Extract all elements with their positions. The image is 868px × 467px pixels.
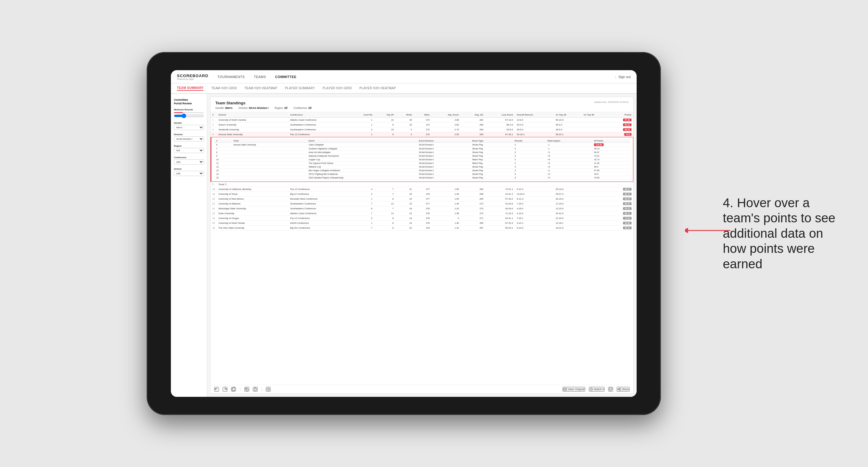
cell-vs25: 25-19-0 bbox=[554, 187, 582, 192]
nav-bar: SCOREBOARD Powered by clippi TOURNAMENTS… bbox=[171, 70, 637, 84]
cell-rank: 2 bbox=[211, 123, 217, 127]
clock-button[interactable] bbox=[266, 387, 271, 392]
nav-link-teams[interactable]: TEAMS bbox=[254, 75, 266, 79]
exp-cell-event: 2023 Sahalee Players Championship bbox=[307, 176, 417, 180]
cell-wins: 278 bbox=[414, 226, 432, 230]
cell-low-score: 86-4-0 bbox=[485, 123, 515, 127]
th-top25: Top 25 bbox=[374, 112, 395, 118]
sidebar-region-select[interactable]: N/A East West bbox=[174, 148, 204, 153]
cell-conf-no: 1 bbox=[350, 196, 374, 201]
expanded-content: # Team Event Event Division Event Type R… bbox=[211, 137, 633, 182]
expanded-row-item: 12 Williams Cup NCAA Division I Stroke P… bbox=[214, 165, 630, 169]
exp-cell-num: 12 bbox=[214, 165, 232, 169]
cell-vs50 bbox=[582, 192, 610, 196]
th-wins: Wins bbox=[414, 112, 432, 118]
exp-cell-division: NCAA Division I bbox=[417, 154, 470, 158]
exp-th-team: Team bbox=[232, 139, 307, 143]
th-points: Points bbox=[610, 112, 633, 118]
cell-points[interactable]: 88.07 bbox=[610, 187, 633, 192]
watch-label: Watch bbox=[594, 388, 601, 391]
cell-conference bbox=[288, 182, 350, 187]
cell-adj-score: 1.38 bbox=[432, 211, 461, 216]
cell-vs25: 29-27-2 bbox=[554, 192, 582, 196]
redo-button[interactable] bbox=[223, 387, 227, 392]
sub-nav-player-h2h-grid[interactable]: PLAYER H2H GRID bbox=[323, 87, 352, 90]
exp-cell-type: Stroke Play bbox=[470, 176, 513, 180]
exp-cell-team bbox=[232, 165, 307, 169]
cell-points[interactable]: 97.02 bbox=[610, 118, 633, 123]
cell-points[interactable]: 90.22 bbox=[610, 127, 633, 132]
share-button[interactable]: Share bbox=[617, 387, 630, 392]
cell-wins bbox=[414, 182, 432, 187]
exp-cell-rank-impact: +1 bbox=[546, 169, 592, 173]
table-row-highlighted: 4 Arizona State University Pac-12 Confer… bbox=[211, 132, 633, 137]
th-overall: Overall Record bbox=[515, 112, 554, 118]
sub-nav-team-h2h-heatmap[interactable]: TEAM H2H HEATMAP bbox=[244, 87, 277, 90]
exp-cell-team bbox=[232, 147, 307, 151]
cell-vs50 bbox=[582, 127, 610, 132]
logo-sub: Powered by clippi bbox=[177, 78, 208, 80]
sub-nav-team-summary[interactable]: TEAM SUMMARY bbox=[177, 86, 204, 91]
expanded-row-item: 10 Copper Cup NCAA Division I Match Play… bbox=[214, 158, 630, 161]
sidebar-division-select[interactable]: NCAA Division I NCAA Division II bbox=[174, 136, 204, 142]
logo: SCOREBOARD Powered by clippi bbox=[177, 73, 208, 80]
cell-avg-sg: 269 bbox=[461, 221, 485, 226]
cell-points[interactable]: 74.63 bbox=[610, 216, 633, 221]
cell-low-score: 42-20-0 bbox=[485, 201, 515, 206]
cell-points[interactable]: 83.41 bbox=[610, 206, 633, 211]
undo-button[interactable] bbox=[214, 387, 219, 392]
exp-cell-rank-impact: +0 bbox=[546, 161, 592, 165]
sub-nav-team-h2h-grid[interactable]: TEAM H2H GRID bbox=[211, 87, 237, 90]
expanded-table: # Team Event Event Division Event Type R… bbox=[214, 139, 630, 180]
sub-nav-player-h2h-heatmap[interactable]: PLAYER H2H HEATMAP bbox=[359, 87, 396, 90]
cell-top25: 7 bbox=[374, 192, 395, 196]
sidebar-school-select[interactable]: (All) bbox=[174, 171, 204, 176]
nav-link-committee[interactable]: COMMITTEE bbox=[275, 75, 297, 79]
cell-points[interactable]: 88.43 bbox=[610, 201, 633, 206]
exp-cell-rounds: 3 bbox=[513, 151, 546, 154]
cell-conf-no: 2 bbox=[350, 127, 374, 132]
exp-cell-team bbox=[232, 173, 307, 176]
cell-rnds: 25 bbox=[395, 192, 414, 196]
cell-points[interactable]: 88.49 bbox=[610, 196, 633, 201]
comment-button[interactable] bbox=[608, 387, 613, 392]
cell-points[interactable] bbox=[610, 182, 633, 187]
cell-points[interactable]: 83.89 bbox=[610, 221, 633, 226]
cell-vs25: 19-21-0 bbox=[554, 226, 582, 230]
cell-points[interactable]: 93.31 bbox=[610, 123, 633, 127]
cell-points[interactable]: 88.71 bbox=[610, 211, 633, 216]
cell-avg-sg: 260 bbox=[461, 123, 485, 127]
table-row: 23 Duke University Atlantic Coast Confer… bbox=[211, 211, 633, 216]
min-rounds-slider[interactable] bbox=[174, 114, 204, 117]
cell-vs25: 17-19-0 bbox=[554, 201, 582, 206]
nav-link-tournaments[interactable]: TOURNAMENTS bbox=[217, 75, 245, 79]
cell-avg-sg: 262 bbox=[461, 118, 485, 123]
view-original-button[interactable]: View: Original bbox=[562, 387, 585, 392]
sidebar-gender-select[interactable]: Men's Women's bbox=[174, 125, 204, 130]
exp-th-num: # bbox=[214, 139, 232, 143]
cell-vs50 bbox=[582, 132, 610, 137]
cell-rank: 5 bbox=[211, 182, 217, 187]
exp-cell-points: 84.97 bbox=[592, 151, 630, 154]
copy-button[interactable] bbox=[244, 387, 249, 392]
sub-nav-player-summary[interactable]: PLAYER SUMMARY bbox=[285, 87, 315, 90]
cell-points[interactable]: 79.5 bbox=[610, 132, 633, 137]
exp-cell-event: Southern Highlands Collegiate bbox=[307, 147, 417, 151]
cell-points[interactable]: 88.70 bbox=[610, 192, 633, 196]
sign-out-link[interactable]: Sign out bbox=[619, 75, 630, 79]
cell-conf-no: 7 bbox=[350, 211, 374, 216]
cell-vs25: 12-18-1 bbox=[554, 221, 582, 226]
th-rank: # bbox=[211, 112, 217, 118]
refresh-button[interactable] bbox=[231, 387, 236, 392]
table-row: 26 The Ohio State University Big Ten Con… bbox=[211, 226, 633, 230]
cell-wins: 278 bbox=[414, 206, 432, 211]
standings-table: # School Conference Conf No Top 25 Rnds … bbox=[211, 112, 633, 230]
watch-button[interactable]: Watch ▾ bbox=[589, 387, 604, 392]
sidebar-conference-select[interactable]: (All) Atlantic Coast bbox=[174, 159, 204, 164]
cell-top25: 8 bbox=[374, 226, 395, 230]
exp-cell-rank-impact: +5 bbox=[546, 154, 592, 158]
exp-cell-points: 42.73 bbox=[592, 158, 630, 161]
cell-points[interactable]: 80.94 bbox=[610, 226, 633, 230]
exp-cell-num: 6 bbox=[214, 143, 232, 147]
paste-button[interactable] bbox=[253, 387, 258, 392]
